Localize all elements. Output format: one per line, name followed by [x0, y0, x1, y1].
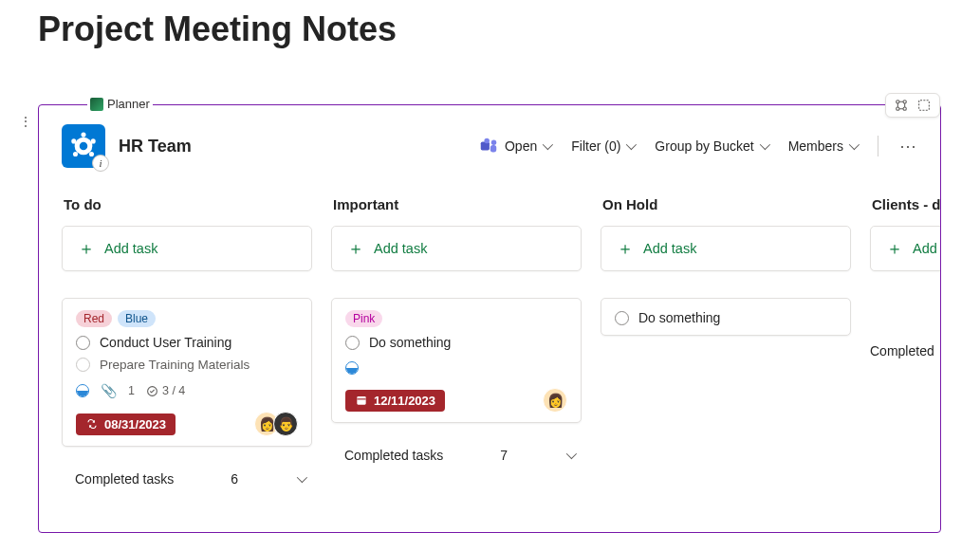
svg-point-6 — [80, 142, 88, 151]
chevron-down-icon — [297, 472, 307, 483]
tag-pink[interactable]: Pink — [345, 310, 382, 327]
plus-icon: ＋ — [617, 240, 634, 257]
chevron-down-icon — [543, 139, 553, 150]
completed-tasks-toggle[interactable]: Completed tasks 7 — [331, 448, 582, 463]
complete-circle-icon[interactable] — [76, 358, 90, 372]
plus-icon: ＋ — [886, 240, 903, 257]
due-date-badge[interactable]: 12/11/2023 — [345, 390, 445, 412]
planner-embed: i HR Team Open Filter (0) Group by Bucke… — [38, 104, 941, 533]
members-label: Members — [788, 138, 843, 154]
task-card[interactable]: Pink Do something 12/11/2023 👩 — [331, 298, 582, 423]
tag-row: Pink — [345, 310, 567, 327]
progress-icon — [76, 384, 89, 397]
bucket-title[interactable]: Important — [333, 196, 582, 212]
assignees[interactable]: 👩 👨 — [260, 412, 298, 436]
tag-row: Red Blue — [76, 310, 298, 327]
filter-label: Filter (0) — [571, 138, 620, 154]
svg-rect-0 — [897, 101, 899, 103]
svg-point-8 — [71, 138, 76, 143]
members-button[interactable]: Members — [788, 138, 857, 154]
tag-red[interactable]: Red — [76, 310, 112, 327]
task-card[interactable]: Do something — [601, 298, 851, 336]
plan-toolbar: Open Filter (0) Group by Bucket Members … — [478, 136, 917, 156]
add-task-button[interactable]: ＋ Add task — [62, 226, 312, 271]
progress-icon — [345, 361, 359, 375]
task-title: Conduct User Training — [100, 335, 231, 350]
svg-rect-4 — [919, 101, 930, 111]
completed-count: 6 — [231, 471, 238, 487]
complete-circle-icon[interactable] — [76, 336, 90, 350]
svg-rect-15 — [490, 145, 496, 152]
open-in-teams-button[interactable]: Open — [478, 136, 550, 156]
planner-icon — [90, 98, 103, 111]
svg-point-10 — [73, 152, 78, 156]
plus-icon: ＋ — [347, 240, 364, 257]
completed-tasks-toggle[interactable]: Completed tasks 6 — [62, 471, 312, 487]
add-task-button[interactable]: ＋ Add task — [331, 226, 582, 271]
completed-label: Completed tasks — [75, 471, 174, 487]
add-task-button[interactable]: ＋ Add task — [601, 226, 851, 271]
svg-point-9 — [91, 138, 96, 143]
expand-icon[interactable] — [916, 98, 932, 113]
plus-icon: ＋ — [78, 240, 95, 257]
completed-count: 7 — [500, 448, 508, 463]
svg-point-7 — [81, 133, 85, 138]
page-tools — [885, 93, 940, 118]
bucket-title[interactable]: On Hold — [602, 196, 851, 212]
task-meta — [345, 361, 567, 375]
bucket-title[interactable]: To do — [64, 196, 312, 212]
command-icon[interactable] — [894, 98, 909, 113]
chevron-down-icon — [849, 139, 860, 150]
task-title-row[interactable]: Do something — [615, 310, 837, 325]
group-label: Group by Bucket — [655, 138, 753, 154]
repeat-icon — [85, 417, 99, 431]
drag-handle-icon[interactable]: ⋮⋮ — [19, 114, 28, 129]
svg-point-14 — [484, 138, 490, 144]
task-meta: 📎 1 3 / 4 — [76, 383, 298, 398]
filter-button[interactable]: Filter (0) — [571, 138, 634, 154]
add-task-label: Add — [913, 241, 937, 256]
teams-icon — [478, 136, 499, 156]
bucket-on-hold: On Hold ＋ Add task Do something — [601, 191, 851, 487]
bucket-important: Important ＋ Add task Pink Do something — [331, 191, 582, 487]
add-task-label: Add task — [104, 241, 157, 256]
svg-rect-1 — [903, 101, 906, 103]
complete-circle-icon[interactable] — [345, 336, 360, 350]
attachment-count: 1 — [128, 384, 135, 397]
due-date-badge[interactable]: 08/31/2023 — [76, 414, 176, 435]
chevron-down-icon — [759, 139, 769, 150]
add-task-label: Add task — [643, 241, 696, 256]
tag-blue[interactable]: Blue — [118, 310, 156, 327]
page-title: Project Meeting Notes — [38, 9, 980, 49]
svg-point-13 — [491, 140, 497, 146]
svg-rect-3 — [903, 107, 906, 110]
bucket-title[interactable]: Clients - do — [872, 196, 940, 212]
task-card[interactable]: Red Blue Conduct User Training Prepare T… — [62, 298, 312, 447]
plan-header: i HR Team Open Filter (0) Group by Bucke… — [39, 105, 940, 181]
board: To do ＋ Add task Red Blue Conduct User T… — [39, 181, 940, 487]
completed-label[interactable]: Completed — [870, 343, 940, 358]
svg-rect-17 — [357, 396, 365, 405]
more-button[interactable]: ⋯ — [899, 136, 917, 156]
complete-circle-icon[interactable] — [615, 311, 629, 325]
task-footer: 12/11/2023 👩 — [345, 388, 567, 413]
add-task-button[interactable]: ＋ Add — [870, 226, 940, 271]
calendar-icon — [355, 394, 368, 407]
bucket-todo: To do ＋ Add task Red Blue Conduct User T… — [62, 191, 312, 487]
task-title-row[interactable]: Conduct User Training — [76, 335, 298, 350]
task-footer: 08/31/2023 👩 👨 — [76, 412, 298, 436]
plan-name: HR Team — [119, 137, 192, 156]
chevron-down-icon — [626, 139, 637, 150]
chevron-down-icon — [566, 449, 577, 459]
subtask-row[interactable]: Prepare Training Materials — [76, 358, 298, 372]
plan-logo[interactable]: i — [62, 124, 105, 168]
bucket-clients: Clients - do ＋ Add Completed — [870, 191, 940, 487]
avatar: 👩 — [543, 388, 567, 413]
info-icon[interactable]: i — [92, 155, 109, 172]
divider — [878, 136, 878, 156]
group-by-button[interactable]: Group by Bucket — [655, 138, 767, 154]
task-title: Do something — [369, 335, 451, 350]
task-title-row[interactable]: Do something — [345, 335, 567, 350]
assignees[interactable]: 👩 — [548, 388, 567, 413]
subtask-title: Prepare Training Materials — [100, 358, 250, 372]
